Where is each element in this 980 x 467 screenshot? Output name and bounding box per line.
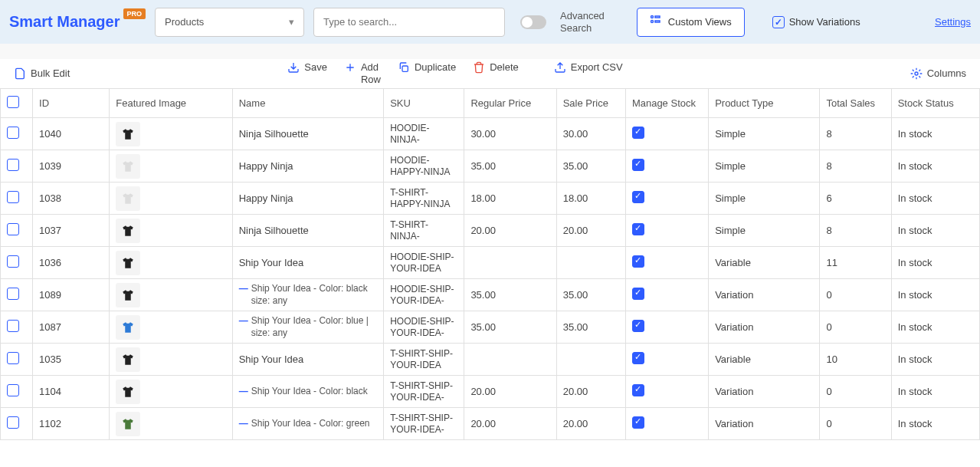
cell-regular-price[interactable] — [464, 344, 556, 376]
header-sku[interactable]: SKU — [384, 89, 464, 118]
cell-name-td[interactable]: Ship Your Idea — [232, 344, 383, 376]
cell-product-type[interactable]: Simple — [709, 150, 820, 183]
cell-featured-image[interactable] — [110, 344, 232, 376]
cell-product-type[interactable]: Variable — [709, 344, 820, 376]
cell-name-td[interactable]: Happy Ninja — [232, 150, 383, 183]
duplicate-button[interactable]: Duplicate — [398, 61, 456, 74]
table-row[interactable]: 1087—Ship Your Idea - Color: blue | size… — [1, 311, 980, 344]
cell-product-type[interactable]: Variable — [709, 247, 820, 279]
columns-button[interactable]: Columns — [910, 67, 966, 80]
cell-stock-status[interactable]: In stock — [891, 311, 979, 344]
cell-total-sales[interactable]: 0 — [820, 311, 891, 344]
cell-id[interactable]: 1038 — [33, 183, 110, 215]
cell-featured-image[interactable] — [110, 408, 232, 440]
cell-manage-stock[interactable] — [625, 215, 708, 247]
header-total-sales[interactable]: Total Sales — [820, 89, 891, 118]
cell-featured-image[interactable] — [110, 150, 232, 183]
cell-manage-stock[interactable] — [625, 279, 708, 311]
header-id[interactable]: ID — [33, 89, 110, 118]
cell-total-sales[interactable]: 0 — [820, 408, 891, 440]
cell-product-type[interactable]: Simple — [709, 215, 820, 247]
cell-name-td[interactable]: —Ship Your Idea - Color: green — [232, 408, 383, 440]
manage-stock-checkbox[interactable] — [632, 223, 644, 235]
cell-regular-price[interactable]: 18.00 — [464, 183, 556, 215]
cell-manage-stock[interactable] — [625, 311, 708, 344]
cell-regular-price[interactable] — [464, 247, 556, 279]
cell-total-sales[interactable]: 8 — [820, 215, 891, 247]
cell-product-type[interactable]: Variation — [709, 279, 820, 311]
header-sale-price[interactable]: Sale Price — [556, 89, 625, 118]
cell-manage-stock[interactable] — [625, 150, 708, 183]
header-stock-status[interactable]: Stock Status — [891, 89, 979, 118]
bulk-edit-button[interactable]: Bulk Edit — [14, 67, 70, 80]
cell-name-td[interactable]: Ship Your Idea — [232, 247, 383, 279]
table-row[interactable]: 1089—Ship Your Idea - Color: black size:… — [1, 279, 980, 311]
row-checkbox[interactable] — [1, 376, 33, 408]
cell-regular-price[interactable]: 35.00 — [464, 279, 556, 311]
cell-id[interactable]: 1039 — [33, 150, 110, 183]
cell-featured-image[interactable] — [110, 183, 232, 215]
table-row[interactable]: 1039Happy NinjaHOODIE-HAPPY-NINJA35.0035… — [1, 150, 980, 183]
cell-id[interactable]: 1040 — [33, 118, 110, 150]
cell-manage-stock[interactable] — [625, 247, 708, 279]
cell-stock-status[interactable]: In stock — [891, 279, 979, 311]
cell-sku[interactable]: HOODIE-SHIP-YOUR-IDEA- — [384, 279, 464, 311]
cell-id[interactable]: 1036 — [33, 247, 110, 279]
delete-button[interactable]: Delete — [473, 61, 519, 74]
row-checkbox[interactable] — [1, 408, 33, 440]
row-checkbox[interactable] — [1, 215, 33, 247]
cell-id[interactable]: 1035 — [33, 344, 110, 376]
manage-stock-checkbox[interactable] — [632, 384, 644, 396]
cell-sale-price[interactable]: 20.00 — [556, 408, 625, 440]
cell-manage-stock[interactable] — [625, 118, 708, 150]
table-row[interactable]: 1040Ninja SilhouetteHOODIE-NINJA-30.0030… — [1, 118, 980, 150]
cell-stock-status[interactable]: In stock — [891, 344, 979, 376]
cell-product-type[interactable]: Variation — [709, 376, 820, 408]
cell-sku[interactable]: HOODIE-SHIP-YOUR-IDEA- — [384, 311, 464, 344]
cell-stock-status[interactable]: In stock — [891, 183, 979, 215]
cell-featured-image[interactable] — [110, 376, 232, 408]
table-row[interactable]: 1038Happy NinjaT-SHIRT-HAPPY-NINJA18.001… — [1, 183, 980, 215]
header-name[interactable]: Name — [232, 89, 383, 118]
cell-name-td[interactable]: —Ship Your Idea - Color: black — [232, 376, 383, 408]
cell-regular-price[interactable]: 20.00 — [464, 408, 556, 440]
manage-stock-checkbox[interactable] — [632, 127, 644, 139]
cell-sku[interactable]: T-SHIRT-SHIP-YOUR-IDEA — [384, 344, 464, 376]
header-checkbox[interactable] — [1, 89, 33, 118]
manage-stock-checkbox[interactable] — [632, 320, 644, 332]
cell-name-td[interactable]: Ninja Silhouette — [232, 118, 383, 150]
cell-stock-status[interactable]: In stock — [891, 118, 979, 150]
cell-sale-price[interactable]: 18.00 — [556, 183, 625, 215]
cell-total-sales[interactable]: 11 — [820, 247, 891, 279]
cell-featured-image[interactable] — [110, 215, 232, 247]
header-featured-image[interactable]: Featured Image — [110, 89, 232, 118]
custom-views-button[interactable]: Custom Views — [637, 8, 745, 37]
row-checkbox[interactable] — [1, 150, 33, 183]
dashboard-dropdown[interactable]: Products — [155, 8, 304, 37]
cell-sku[interactable]: HOODIE-HAPPY-NINJA — [384, 150, 464, 183]
cell-product-type[interactable]: Variation — [709, 311, 820, 344]
cell-sku[interactable]: HOODIE-SHIP-YOUR-IDEA — [384, 247, 464, 279]
cell-product-type[interactable]: Variation — [709, 408, 820, 440]
row-checkbox[interactable] — [1, 247, 33, 279]
cell-regular-price[interactable]: 20.00 — [464, 376, 556, 408]
cell-featured-image[interactable] — [110, 118, 232, 150]
table-row[interactable]: 1035Ship Your IdeaT-SHIRT-SHIP-YOUR-IDEA… — [1, 344, 980, 376]
export-csv-button[interactable]: Export CSV — [554, 61, 623, 74]
cell-manage-stock[interactable] — [625, 376, 708, 408]
row-checkbox[interactable] — [1, 183, 33, 215]
cell-regular-price[interactable]: 20.00 — [464, 215, 556, 247]
cell-sku[interactable]: T-SHIRT-SHIP-YOUR-IDEA- — [384, 408, 464, 440]
table-row[interactable]: 1102—Ship Your Idea - Color: greenT-SHIR… — [1, 408, 980, 440]
header-regular-price[interactable]: Regular Price — [464, 89, 556, 118]
add-row-button[interactable]: AddRow — [344, 61, 381, 85]
cell-stock-status[interactable]: In stock — [891, 150, 979, 183]
cell-sale-price[interactable]: 30.00 — [556, 118, 625, 150]
cell-total-sales[interactable]: 10 — [820, 344, 891, 376]
cell-featured-image[interactable] — [110, 247, 232, 279]
advanced-search-toggle[interactable] — [520, 15, 546, 29]
cell-featured-image[interactable] — [110, 311, 232, 344]
cell-name-td[interactable]: Ninja Silhouette — [232, 215, 383, 247]
cell-regular-price[interactable]: 30.00 — [464, 118, 556, 150]
cell-manage-stock[interactable] — [625, 408, 708, 440]
